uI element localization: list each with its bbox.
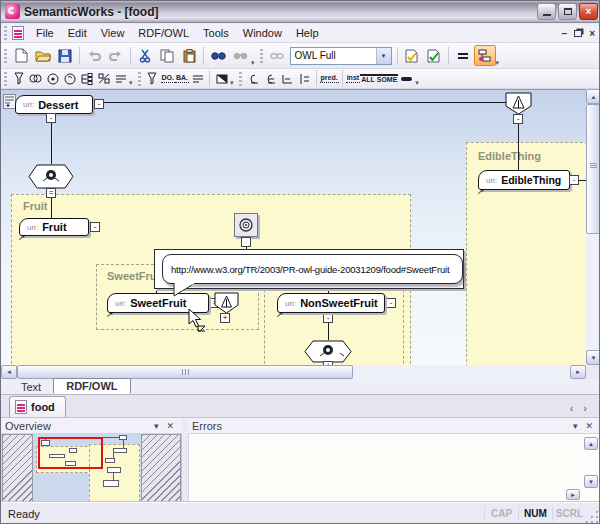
add-anonymous-class-button[interactable] — [27, 70, 44, 87]
errors-scroll-up-button[interactable]: ▲ — [584, 437, 598, 450]
toolbar-overflow-chevron[interactable]: ▾ — [496, 59, 500, 67]
toolbar-overflow-chevron[interactable]: ▾ — [415, 79, 419, 87]
find-next-button[interactable] — [229, 45, 251, 66]
intersection-node-2[interactable] — [304, 340, 352, 363]
close-button[interactable]: × — [579, 3, 598, 20]
expander-nonsweetfruit-bottom[interactable]: - — [323, 313, 333, 323]
subclassof-button[interactable] — [245, 70, 262, 87]
node-nonsweetfruit[interactable]: uri: NonSweetFruit ↗ — [277, 293, 385, 313]
open-file-button[interactable] — [32, 45, 54, 66]
isa-node-sweetfruit[interactable] — [214, 292, 239, 314]
toolbar-overflow-chevron[interactable]: ▾ — [251, 59, 255, 67]
scroll-left-button[interactable]: ◄ — [1, 365, 17, 379]
expander-intersection[interactable]: = — [46, 188, 56, 198]
expander-isa[interactable]: - — [513, 114, 523, 124]
save-button[interactable] — [54, 45, 76, 66]
add-cardinality-button[interactable] — [95, 70, 112, 87]
pane-close-icon[interactable]: ✕ — [581, 420, 597, 432]
check-wellformed-button[interactable] — [401, 45, 423, 66]
pane-menu-icon[interactable]: ▾ — [150, 420, 163, 432]
scroll-up-button[interactable]: ▲ — [586, 89, 600, 104]
mdi-minimize-button[interactable]: – — [562, 28, 568, 39]
copy-button[interactable] — [156, 45, 178, 66]
expander-fruit-right[interactable]: - — [90, 222, 100, 232]
scrollbar-thumb[interactable] — [586, 104, 600, 234]
toolbar-grip[interactable] — [138, 72, 141, 86]
node-dessert[interactable]: uri: Dessert — [15, 95, 93, 114]
add-list-button[interactable] — [112, 70, 129, 87]
add-restriction-button[interactable] — [44, 70, 61, 87]
errors-scroll-right-button[interactable]: ► — [566, 489, 580, 500]
doc-scroll-right-icon[interactable]: › — [583, 403, 587, 413]
link-icon[interactable] — [266, 45, 288, 66]
equivalentclass-button[interactable] — [262, 70, 279, 87]
expander-disjoint[interactable] — [241, 237, 251, 247]
menu-tools[interactable]: Tools — [196, 25, 236, 41]
expander-isa-sweetfruit[interactable]: + — [220, 313, 230, 323]
expander-nonsweetfruit-right[interactable]: - — [386, 298, 396, 308]
canvas-vertical-scrollbar[interactable]: ▲ ▼ — [586, 89, 600, 365]
toolbar-grip[interactable] — [260, 49, 263, 63]
base-button[interactable]: BA. — [175, 74, 189, 83]
instance-button[interactable]: inst — [346, 74, 360, 83]
minimize-button[interactable] — [537, 3, 556, 20]
canvas-horizontal-scrollbar[interactable]: ◄ ► — [1, 365, 586, 379]
expander-dessert-bottom[interactable]: - — [46, 113, 56, 123]
menu-window[interactable]: Window — [236, 25, 289, 41]
expander-ediblething-right[interactable]: - — [569, 175, 579, 185]
scroll-right-button[interactable]: ► — [570, 365, 586, 379]
scroll-down-button[interactable]: ▼ — [586, 350, 600, 365]
pane-menu-icon[interactable]: ▾ — [569, 420, 582, 432]
new-file-button[interactable] — [10, 45, 32, 66]
menu-file[interactable]: File — [29, 25, 61, 41]
menu-edit[interactable]: Edit — [61, 25, 94, 41]
subpropertyof-button[interactable] — [279, 70, 296, 87]
somevaluesfrom-button[interactable]: SOME — [376, 74, 399, 84]
toolbar-grip[interactable] — [4, 26, 7, 40]
isa-node[interactable] — [505, 92, 532, 115]
combobox-dropdown-icon[interactable]: ▾ — [376, 48, 391, 64]
mdi-close-button[interactable]: × — [589, 28, 595, 39]
add-enumeration-button[interactable] — [61, 70, 78, 87]
doc-scroll-left-icon[interactable]: ‹ — [570, 403, 574, 413]
expander-intersection-2[interactable]: + — [323, 361, 333, 365]
redo-button[interactable] — [105, 45, 127, 66]
allvaluesfrom-button[interactable]: ALL — [360, 74, 376, 84]
pane-close-icon[interactable]: ✕ — [162, 420, 178, 432]
overview-viewport-rect[interactable] — [38, 437, 103, 469]
toolbar-grip[interactable] — [4, 49, 7, 63]
expander-dessert-right[interactable]: - — [94, 99, 104, 109]
toolbar-grip[interactable] — [239, 72, 242, 86]
errors-list[interactable] — [188, 434, 600, 502]
toolbar-grip[interactable] — [4, 72, 7, 86]
disjoint-operator-icon[interactable] — [234, 213, 258, 237]
sameas-button[interactable] — [452, 45, 474, 66]
node-fruit[interactable]: uri: Fruit ↗ — [19, 218, 89, 236]
toolbar-overflow-chevron[interactable]: ▾ — [230, 79, 234, 87]
owl-level-combobox[interactable]: OWL Full ▾ — [290, 47, 392, 65]
add-property-button[interactable] — [144, 70, 161, 87]
intersection-node[interactable] — [28, 164, 74, 189]
resize-grip[interactable] — [586, 503, 600, 524]
mdi-restore-button[interactable] — [574, 30, 582, 37]
menu-help[interactable]: Help — [289, 25, 326, 41]
tab-text[interactable]: Text — [9, 380, 53, 394]
cut-button[interactable] — [134, 45, 156, 66]
tab-rdfowl[interactable]: RDF/OWL — [53, 378, 130, 394]
document-tab-food[interactable]: food — [9, 396, 66, 417]
domain-button[interactable]: DO. — [161, 74, 175, 83]
undo-button[interactable] — [83, 45, 105, 66]
hasvalue-button[interactable] — [398, 70, 415, 87]
toolbar-overflow-chevron[interactable]: ▾ — [129, 79, 133, 87]
add-hierarchy-button[interactable] — [78, 70, 95, 87]
add-class-button[interactable] — [10, 70, 27, 87]
maximize-button[interactable] — [558, 3, 577, 20]
detail-view-toggle-button[interactable] — [474, 45, 496, 66]
validate-button[interactable] — [423, 45, 445, 66]
menu-rdfowl[interactable]: RDF/OWL — [131, 25, 196, 41]
overview-thumbnail[interactable] — [1, 434, 182, 502]
paste-button[interactable] — [178, 45, 200, 66]
find-button[interactable] — [207, 45, 229, 66]
disjointwith-button[interactable] — [296, 70, 313, 87]
invert-button[interactable] — [213, 70, 230, 87]
